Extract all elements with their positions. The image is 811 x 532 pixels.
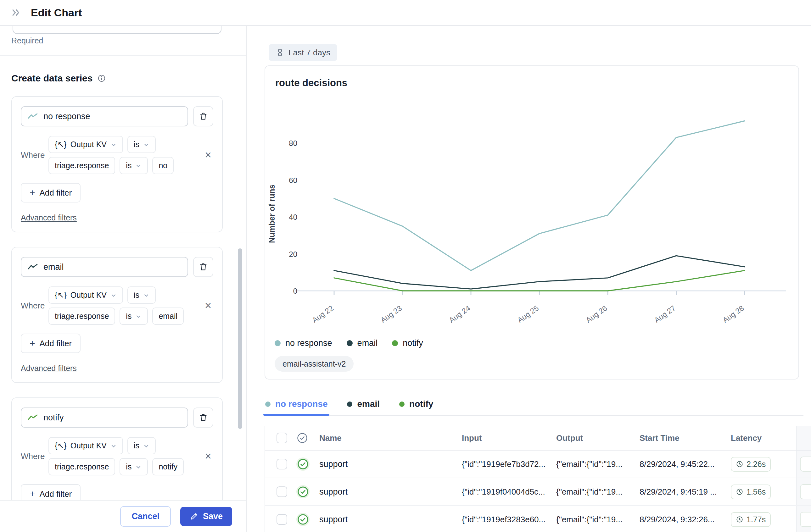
filter-key-field[interactable]: triage.response: [48, 308, 115, 325]
run-input[interactable]: {"id":"1919efe7b3d72...: [462, 459, 556, 469]
latency-badge: 1.56s: [731, 485, 771, 499]
column-header-output[interactable]: Output: [556, 433, 640, 443]
row-checkbox[interactable]: [276, 459, 287, 469]
info-icon[interactable]: [97, 74, 106, 83]
cancel-button[interactable]: Cancel: [120, 506, 171, 527]
remove-filter-icon[interactable]: ×: [203, 150, 213, 161]
time-range-chip[interactable]: Last 7 days: [269, 44, 337, 61]
add-filter-button[interactable]: +Add filter: [21, 333, 80, 353]
series-name-value: no response: [43, 112, 90, 121]
chevron-down-icon: [135, 464, 141, 470]
run-input[interactable]: {"id":"1919ef3283e60...: [462, 515, 556, 525]
filter-field-dropdown[interactable]: {↖} Output KV: [48, 437, 123, 454]
truncated-badge: [800, 456, 811, 472]
series-name-input[interactable]: email: [21, 257, 188, 277]
table-row[interactable]: support {"id":"1919efe7b3d72... {"email"…: [265, 451, 811, 478]
tab-notify[interactable]: notify: [399, 393, 434, 415]
session-tag-chip[interactable]: email-assistant-v2: [275, 356, 354, 372]
chevron-down-icon: [143, 443, 150, 449]
filter-key-field[interactable]: triage.response: [48, 157, 115, 174]
chevron-down-icon: [135, 162, 141, 169]
app-header: Edit Chart: [0, 0, 811, 26]
svg-text:0: 0: [293, 287, 297, 295]
plus-icon: +: [30, 187, 35, 198]
filter-operator-dropdown[interactable]: is: [127, 136, 156, 153]
remove-filter-icon[interactable]: ×: [203, 300, 213, 311]
chevron-down-icon: [135, 313, 141, 319]
filter-value-field[interactable]: no: [152, 157, 174, 174]
column-header-input[interactable]: Input: [462, 433, 556, 443]
series-name-input[interactable]: notify: [21, 407, 188, 428]
series-name-value: email: [43, 262, 64, 272]
svg-text:Aug 22: Aug 22: [310, 304, 335, 325]
run-start-time: 8/29/2024, 9:45:22...: [640, 459, 731, 469]
filter-value-field[interactable]: notify: [152, 458, 184, 475]
filter-key-operator-dropdown[interactable]: is: [120, 308, 148, 325]
svg-text:60: 60: [289, 176, 297, 185]
row-checkbox[interactable]: [276, 486, 287, 497]
filter-operator-dropdown[interactable]: is: [127, 437, 156, 454]
sidebar-scrollbar[interactable]: [238, 248, 242, 429]
filter-key-operator-dropdown[interactable]: is: [120, 458, 148, 475]
run-output[interactable]: {"email":{"id":"19...: [556, 487, 640, 497]
delete-series-button[interactable]: [193, 407, 213, 428]
table-row[interactable]: support {"id":"1919ef3283e60... {"email"…: [265, 506, 811, 532]
row-checkbox[interactable]: [276, 514, 287, 525]
delete-series-button[interactable]: [193, 257, 213, 277]
collapse-panel-icon[interactable]: [10, 6, 23, 19]
table-row[interactable]: support {"id":"1919f04004d5c... {"email"…: [265, 478, 811, 506]
add-filter-button[interactable]: +Add filter: [21, 183, 80, 203]
truncated-badge: [800, 512, 811, 527]
legend-dot: [347, 340, 353, 346]
filter-operator-dropdown[interactable]: is: [127, 286, 156, 304]
tab-dot: [347, 402, 352, 407]
remove-filter-icon[interactable]: ×: [203, 451, 213, 462]
filter-key-operator-dropdown[interactable]: is: [120, 157, 148, 174]
series-card-email: email Where {↖} Output KV: [11, 247, 223, 383]
run-name[interactable]: support: [319, 515, 462, 525]
tab-email[interactable]: email: [346, 393, 380, 415]
filter-value-field[interactable]: email: [152, 308, 184, 325]
sidebar-scroll-area[interactable]: Required Create data series no response: [0, 26, 246, 500]
tab-no-response[interactable]: no response: [264, 393, 328, 415]
tab-dot: [265, 402, 271, 407]
add-filter-button[interactable]: +Add filter: [21, 484, 80, 500]
save-button[interactable]: Save: [180, 507, 232, 526]
svg-text:Aug 26: Aug 26: [584, 304, 609, 325]
advanced-filters-link[interactable]: Advanced filters: [21, 364, 77, 373]
chevron-down-icon: [143, 292, 150, 298]
advanced-filters-link[interactable]: Advanced filters: [21, 213, 77, 222]
svg-text:Aug 28: Aug 28: [721, 304, 746, 325]
series-name-input[interactable]: no response: [21, 106, 188, 126]
svg-text:Number of runs: Number of runs: [267, 185, 276, 243]
tab-dot: [399, 402, 404, 407]
column-header-latency[interactable]: Latency: [731, 433, 789, 443]
run-input[interactable]: {"id":"1919f04004d5c...: [462, 487, 556, 497]
column-header-name[interactable]: Name: [319, 433, 462, 443]
run-start-time: 8/29/2024, 9:45:19 ...: [640, 487, 731, 497]
clock-icon: [736, 460, 744, 468]
line-chart[interactable]: Aug 22Aug 23Aug 24Aug 25Aug 26Aug 27Aug …: [265, 113, 797, 337]
run-name[interactable]: support: [319, 487, 462, 497]
trash-icon: [199, 262, 208, 272]
legend-item[interactable]: email: [347, 338, 378, 348]
section-title: Create data series: [11, 73, 93, 84]
column-header-start-time[interactable]: Start Time: [640, 433, 731, 443]
where-label: Where: [21, 301, 48, 311]
table-header-row: Name Input Output Start Time Latency: [265, 426, 811, 451]
legend-item[interactable]: no response: [275, 338, 332, 348]
run-name[interactable]: support: [319, 459, 462, 469]
chart-name-input[interactable]: [13, 26, 221, 34]
legend-item[interactable]: notify: [392, 338, 423, 348]
where-label: Where: [21, 150, 48, 160]
run-output[interactable]: {"email":{"id":"19...: [556, 459, 640, 469]
active-tab-underline: [263, 414, 330, 416]
run-output[interactable]: {"email":{"id":"19...: [556, 515, 640, 525]
plus-icon: +: [30, 489, 35, 499]
filter-field-dropdown[interactable]: {↖} Output KV: [48, 286, 123, 304]
filter-key-field[interactable]: triage.response: [48, 458, 115, 475]
filter-field-dropdown[interactable]: {↖} Output KV: [48, 136, 123, 153]
delete-series-button[interactable]: [193, 106, 213, 126]
pencil-icon: [190, 512, 199, 521]
select-all-checkbox[interactable]: [276, 433, 287, 443]
